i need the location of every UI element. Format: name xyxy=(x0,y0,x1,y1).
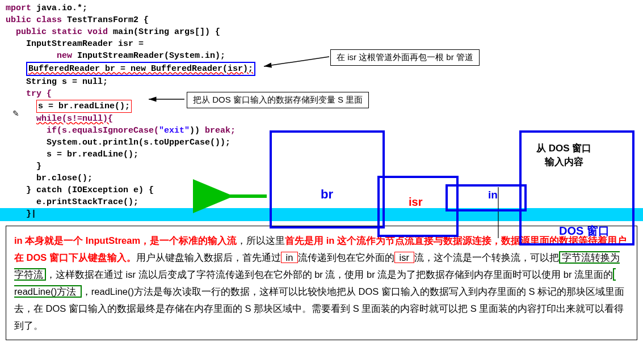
stream-diagram: br isr in DOS 窗口 从 DOS 窗口输入内容 xyxy=(270,130,638,244)
callout-box: 在 isr 这根管道外面再包一根 br 管道 xyxy=(330,49,480,66)
callout-box: 把从 DOS 窗口输入的数据存储到变量 S 里面 xyxy=(187,92,369,108)
isr-highlight: isr xyxy=(394,252,414,263)
br-box xyxy=(270,130,385,228)
code-line: mport java.io.*; xyxy=(6,2,643,14)
in-box xyxy=(446,184,527,211)
pencil-icon: ✎ xyxy=(12,109,19,118)
in-highlight: in xyxy=(281,252,298,263)
highlight-br-line: BufferedReader br = new BufferedReader(i… xyxy=(26,62,255,76)
highlight-readline: s = br.readLine(); xyxy=(36,100,132,113)
